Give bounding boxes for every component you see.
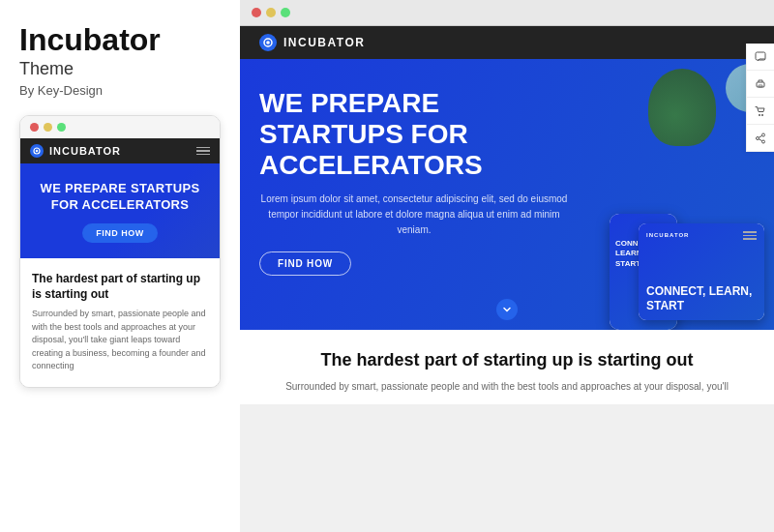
site-hero: WE PREPARE STARTUPS FOR ACCELERATORS Lor… bbox=[240, 59, 774, 330]
browser-dot-green bbox=[281, 8, 290, 17]
browser-dot-red bbox=[252, 8, 261, 17]
svg-point-9 bbox=[762, 133, 765, 136]
svg-line-12 bbox=[759, 135, 761, 137]
hamburger-icon[interactable] bbox=[196, 147, 210, 156]
hero-body-text: Lorem ipsum dolor sit amet, consectetur … bbox=[259, 192, 569, 238]
right-sidebar-icons bbox=[746, 44, 774, 152]
svg-point-7 bbox=[759, 114, 760, 116]
cart-icon-btn[interactable] bbox=[747, 98, 774, 125]
site-nav-icon bbox=[259, 34, 277, 51]
browser-content: INCUBATOR WE PREPARE STARTUPS FOR ACCELE… bbox=[240, 26, 774, 404]
svg-point-1 bbox=[36, 150, 38, 152]
phone-hero-title: WE PREPARE STARTUPS FOR ACCELERATORS bbox=[32, 181, 208, 214]
phone-content-text: Surrounded by smart, passionate people a… bbox=[32, 308, 208, 373]
site-bottom-section: The hardest part of starting up is start… bbox=[240, 330, 774, 404]
dot-yellow bbox=[44, 123, 52, 132]
tablet-menu-icon bbox=[743, 231, 757, 240]
theme-subtitle: Theme bbox=[19, 59, 221, 79]
plant-decoration bbox=[648, 69, 716, 146]
phone-nav-brand: INCUBATOR bbox=[30, 144, 121, 158]
right-panel: INCUBATOR WE PREPARE STARTUPS FOR ACCELE… bbox=[240, 0, 774, 532]
browser-dot-yellow bbox=[266, 8, 276, 17]
bottom-text: Surrounded by smart, passionate people a… bbox=[259, 379, 755, 395]
phone-content: The hardest part of starting up is start… bbox=[20, 258, 220, 387]
site-nav: INCUBATOR bbox=[240, 26, 774, 59]
theme-title: Incubator bbox=[19, 23, 221, 57]
hero-main-title: WE PREPARE STARTUPS FOR ACCELERATORS bbox=[259, 88, 588, 182]
hero-find-btn[interactable]: FIND HOW bbox=[259, 251, 351, 276]
tablet-title: CONNECT, LEARN, START bbox=[646, 284, 757, 312]
hero-tablet-device: INCUBATOR CONNECT, LEARN, START bbox=[639, 223, 764, 320]
hero-text-block: WE PREPARE STARTUPS FOR ACCELERATORS Lor… bbox=[259, 88, 588, 276]
nav-brand-icon bbox=[30, 144, 44, 158]
bottom-title: The hardest part of starting up is start… bbox=[259, 349, 755, 371]
dot-green bbox=[57, 123, 66, 132]
phone-mockup: INCUBATOR WE PREPARE STARTUPS FOR ACCELE… bbox=[19, 115, 221, 387]
phone-hero-btn[interactable]: FIND HOW bbox=[82, 223, 158, 243]
phone-top-bar bbox=[20, 116, 220, 138]
svg-point-11 bbox=[757, 136, 759, 139]
print-icon-btn[interactable] bbox=[747, 71, 774, 98]
svg-rect-6 bbox=[759, 85, 762, 87]
svg-point-8 bbox=[761, 114, 763, 116]
chat-icon-btn[interactable] bbox=[747, 44, 774, 71]
dot-red bbox=[30, 123, 39, 132]
tablet-brand: INCUBATOR bbox=[646, 232, 689, 238]
phone-nav-label: INCUBATOR bbox=[49, 145, 121, 157]
site-nav-label: INCUBATOR bbox=[283, 36, 365, 49]
site-nav-brand: INCUBATOR bbox=[259, 34, 365, 51]
browser-chrome bbox=[240, 0, 774, 26]
theme-byline: By Key-Design bbox=[19, 83, 221, 98]
svg-rect-5 bbox=[757, 82, 764, 87]
svg-point-10 bbox=[762, 140, 765, 143]
scroll-down-button[interactable] bbox=[496, 299, 518, 320]
phone-hero: WE PREPARE STARTUPS FOR ACCELERATORS FIN… bbox=[20, 163, 220, 258]
svg-point-3 bbox=[266, 41, 270, 44]
share-icon-btn[interactable] bbox=[747, 125, 774, 152]
left-panel: Incubator Theme By Key-Design INCUBATOR bbox=[0, 0, 240, 532]
phone-content-title: The hardest part of starting up is start… bbox=[32, 272, 208, 302]
tablet-nav: INCUBATOR bbox=[646, 231, 757, 240]
hero-tablet-inner: INCUBATOR CONNECT, LEARN, START bbox=[639, 223, 764, 320]
svg-line-13 bbox=[759, 138, 761, 140]
phone-nav: INCUBATOR bbox=[20, 138, 220, 163]
